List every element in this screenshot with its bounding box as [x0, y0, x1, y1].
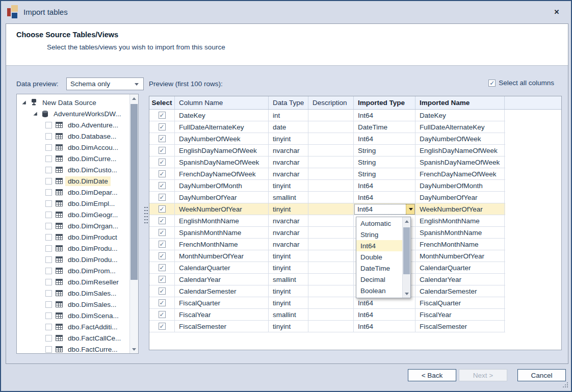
row-checkbox[interactable] — [159, 123, 166, 130]
imported-type-cell[interactable]: DateTime — [354, 121, 415, 133]
select-all-checkbox-icon[interactable] — [488, 80, 496, 87]
grid-column-header[interactable]: Description — [308, 96, 354, 109]
grid-row[interactable]: DayNumberOfYear smallint Int64 DayNumber… — [149, 192, 505, 203]
tree-table-item[interactable]: dbo.DimCusto... — [17, 164, 129, 175]
row-checkbox[interactable] — [159, 276, 166, 283]
tree-item-checkbox[interactable] — [45, 189, 52, 196]
scroll-down-icon[interactable] — [403, 290, 410, 298]
tree-item-checkbox[interactable] — [45, 335, 52, 342]
tree-table-item[interactable]: dbo.FactAdditi... — [17, 321, 129, 332]
grid-row[interactable]: FrenchDayNameOfWeek nvarchar String Fren… — [149, 168, 505, 180]
tree-item-checkbox[interactable] — [45, 268, 52, 274]
row-checkbox[interactable] — [159, 241, 166, 248]
tree-item-checkbox[interactable] — [45, 144, 52, 151]
back-button[interactable]: < Back — [408, 369, 456, 381]
select-all-columns[interactable]: Select all columns — [488, 79, 554, 87]
scroll-up-icon[interactable] — [130, 94, 138, 102]
row-checkbox[interactable] — [159, 194, 166, 201]
imported-type-cell[interactable]: String — [354, 145, 415, 156]
close-icon[interactable]: ✕ — [552, 7, 562, 17]
tree-item-checkbox[interactable] — [45, 346, 52, 353]
tree-database-node[interactable]: AdventureWorksDW... — [17, 108, 129, 119]
tree-item-checkbox[interactable] — [45, 200, 52, 207]
tree-table-item[interactable]: dbo.Adventure... — [17, 119, 129, 130]
tree-item-checkbox[interactable] — [45, 245, 52, 252]
grid-row[interactable]: SpanishMonthName nvarchar SpanishMonthNa… — [149, 227, 505, 239]
dropdown-option[interactable]: DateTime — [356, 263, 402, 274]
grid-column-header[interactable]: Imported Name — [415, 96, 505, 109]
imported-type-combo[interactable]: Int64 — [354, 204, 415, 215]
grid-row[interactable]: EnglishDayNameOfWeek nvarchar String Eng… — [149, 145, 505, 156]
imported-type-cell[interactable]: Int64 Int64 — [354, 203, 415, 215]
tree-table-item[interactable]: dbo.DimGeogr... — [17, 209, 129, 220]
tree-table-item[interactable]: dbo.DimSales... — [17, 299, 129, 310]
row-checkbox[interactable] — [159, 288, 166, 295]
row-checkbox[interactable] — [159, 159, 166, 166]
tree-table-item[interactable]: dbo.FactCurre... — [17, 344, 129, 353]
next-button[interactable]: Next > — [459, 369, 507, 381]
tree-table-item[interactable]: dbo.DimProm... — [17, 265, 129, 276]
tree-table-item[interactable]: dbo.FactCallCe... — [17, 332, 129, 344]
row-checkbox[interactable] — [159, 264, 166, 271]
dropdown-option[interactable]: Automatic — [356, 218, 402, 229]
row-checkbox[interactable] — [159, 311, 166, 318]
grid-row[interactable]: FiscalYear smallint Int64 FiscalYear — [149, 309, 505, 321]
tree-table-item[interactable]: dbo.DimProduct — [17, 231, 129, 243]
row-checkbox[interactable] — [159, 135, 166, 142]
tree-item-checkbox[interactable] — [45, 122, 52, 128]
row-checkbox[interactable] — [159, 229, 166, 236]
row-checkbox[interactable] — [159, 299, 166, 306]
imported-type-cell[interactable]: Int64 — [354, 192, 415, 203]
grid-row[interactable]: SpanishDayNameOfWeek nvarchar String Spa… — [149, 156, 505, 168]
tree-table-item[interactable]: dbo.DimScena... — [17, 310, 129, 321]
dropdown-option[interactable]: Decimal — [356, 274, 402, 285]
expander-icon[interactable] — [33, 112, 37, 115]
row-checkbox[interactable] — [159, 182, 166, 189]
grid-column-header[interactable]: Data Type — [269, 96, 308, 109]
dropdown-scrollbar-thumb[interactable] — [403, 227, 410, 274]
tree-root-node[interactable]: New Data Source — [17, 97, 129, 108]
expander-icon[interactable] — [22, 100, 25, 104]
tree-table-item[interactable]: dbo.DimProdu... — [17, 254, 129, 265]
scroll-down-icon[interactable] — [130, 345, 138, 353]
grid-row[interactable]: FiscalSemester tinyint Int64 FiscalSemes… — [149, 321, 505, 332]
resize-grip[interactable] — [562, 382, 568, 387]
dropdown-option[interactable]: Int64 — [356, 240, 402, 251]
tree-table-item[interactable]: dbo.DimDate — [17, 175, 129, 187]
tree-table-item[interactable]: dbo.DimProdu... — [17, 243, 129, 254]
tree-table-item[interactable]: dbo.DimEmpl... — [17, 198, 129, 209]
tree-table-item[interactable]: dbo.DimAccou... — [17, 142, 129, 153]
tree-scrollbar[interactable] — [129, 94, 138, 353]
tree-table-item[interactable]: dbo.DimOrgan... — [17, 220, 129, 231]
tree-item-checkbox[interactable] — [45, 178, 52, 185]
scroll-up-icon[interactable] — [403, 217, 410, 225]
grid-column-header[interactable] — [505, 96, 561, 109]
grid-row[interactable]: DayNumberOfWeek tinyint Int64 DayNumberO… — [149, 133, 505, 145]
row-checkbox[interactable] — [159, 205, 166, 213]
row-checkbox[interactable] — [159, 217, 166, 224]
dropdown-option[interactable]: Double — [356, 251, 402, 263]
tree-item-checkbox[interactable] — [45, 256, 52, 263]
imported-type-cell[interactable]: String — [354, 168, 415, 179]
tree-item-checkbox[interactable] — [45, 290, 52, 297]
grid-row[interactable]: CalendarYear smallint CalendarYear — [149, 274, 505, 285]
grid-row[interactable]: DateKey int Int64 DateKey — [149, 110, 505, 121]
tree-table-item[interactable]: dbo.DimCurre... — [17, 153, 129, 164]
row-checkbox[interactable] — [159, 112, 166, 119]
imported-type-cell[interactable]: Int64 — [354, 321, 415, 332]
grid-row[interactable]: WeekNumberOfYear tinyint Int64 Int64 Wee… — [149, 203, 505, 215]
tree-item-checkbox[interactable] — [45, 223, 52, 229]
grid-row[interactable]: MonthNumberOfYear tinyint MonthNumberOfY… — [149, 250, 505, 262]
grid-column-header[interactable]: Column Name — [175, 96, 269, 109]
grid-row[interactable]: FiscalQuarter tinyint Int64 FiscalQuarte… — [149, 297, 505, 309]
tree-item-checkbox[interactable] — [45, 324, 52, 330]
grid-row[interactable]: CalendarSemester tinyint CalendarSemeste… — [149, 285, 505, 297]
data-preview-select[interactable]: Schema only — [66, 77, 144, 90]
tree-item-checkbox[interactable] — [45, 279, 52, 285]
imported-type-cell[interactable]: Int64 — [354, 133, 415, 144]
tree-item-checkbox[interactable] — [45, 312, 52, 319]
tree-item-checkbox[interactable] — [45, 234, 52, 241]
row-checkbox[interactable] — [159, 170, 166, 177]
tree-item-checkbox[interactable] — [45, 301, 52, 308]
dropdown-scrollbar[interactable] — [402, 217, 410, 298]
